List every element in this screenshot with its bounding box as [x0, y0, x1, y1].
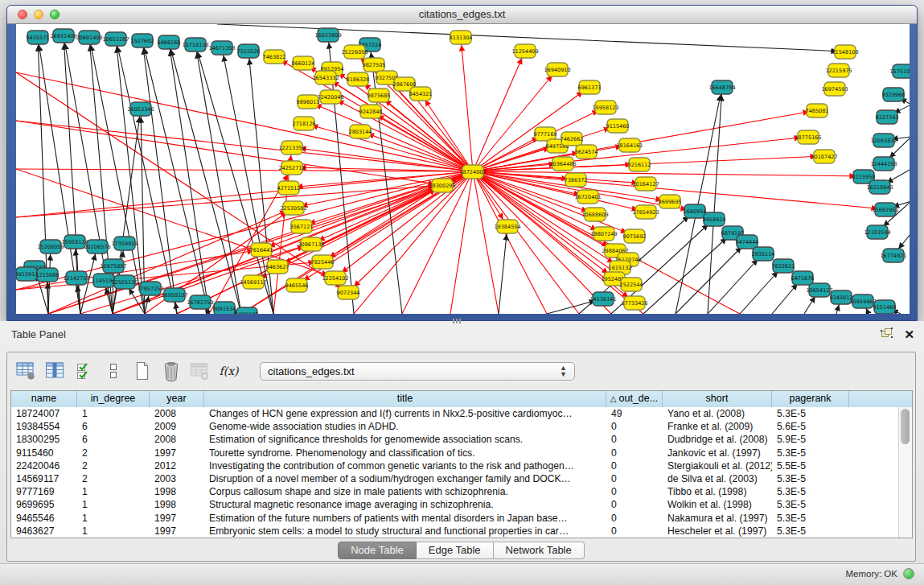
graph-node[interactable]: 17654923 — [632, 205, 659, 219]
graph-node[interactable]: 9875685 — [368, 89, 391, 102]
graph-node[interactable]: 3624574 — [575, 145, 598, 159]
graph-node[interactable]: 9896013 — [297, 95, 320, 109]
graph-node[interactable]: 7616441 — [250, 243, 273, 257]
network-canvas[interactable]: 9435571269314062069140810653287152760264… — [16, 24, 910, 314]
graph-node[interactable]: 12254102 — [322, 271, 348, 285]
graph-node[interactable]: 22530581 — [280, 201, 306, 215]
tab-network-table[interactable]: Network Table — [494, 542, 585, 559]
tab-node-table[interactable]: Node Table — [338, 542, 417, 559]
table-scrollbar[interactable] — [898, 407, 912, 538]
graph-node[interactable]: 26053346 — [127, 102, 154, 116]
graph-node[interactable]: 3915911 — [16, 267, 38, 281]
window-titlebar[interactable]: citations_edges.txt — [7, 6, 917, 24]
graph-node[interactable]: 9242848 — [359, 105, 383, 118]
graph-node[interactable]: 8958924 — [703, 212, 726, 226]
graph-node[interactable]: 22420046 — [317, 90, 343, 104]
graph-node[interactable]: 10164127 — [632, 177, 659, 191]
column-header-title[interactable]: title — [204, 391, 606, 407]
table-row[interactable]: 1456911722003Disruption of a novel membe… — [11, 472, 899, 485]
graph-node[interactable]: 25226058 — [341, 45, 368, 59]
graph-node[interactable]: 17359924 — [111, 237, 138, 250]
tab-edge-table[interactable]: Edge Table — [417, 542, 494, 559]
graph-node[interactable]: 14671358 — [208, 41, 235, 55]
graph-node[interactable]: 12215975 — [825, 64, 852, 77]
table-row[interactable]: 1872400712008Changes of HCN gene express… — [11, 407, 899, 420]
row-height-button[interactable] — [102, 360, 124, 382]
graph-node[interactable]: 1215688 — [36, 268, 60, 282]
graph-node[interactable]: 16720401 — [574, 190, 601, 204]
table-row[interactable]: 969969511998Structural magnetic resonanc… — [11, 498, 899, 511]
graph-node[interactable]: 16210643 — [866, 180, 893, 194]
graph-node[interactable]: 8660124 — [292, 56, 315, 70]
graph-node[interactable]: 16974593 — [821, 82, 848, 96]
graph-node[interactable]: 12103594 — [864, 225, 890, 239]
graph-node[interactable]: 16782759 — [187, 295, 213, 309]
graph-node[interactable]: 15751074 — [889, 64, 910, 78]
column-header-year[interactable]: year — [150, 391, 204, 407]
graph-node[interactable]: 10107427 — [811, 150, 837, 163]
graph-node[interactable]: 26931406 — [50, 29, 76, 43]
graph-node[interactable]: 24252712 — [278, 161, 305, 175]
scrollbar-thumb[interactable] — [901, 409, 910, 444]
float-panel-icon[interactable] — [881, 328, 893, 342]
graph-node[interactable]: 12444158 — [870, 157, 897, 171]
column-header-pagerank[interactable]: pagerank — [772, 391, 849, 407]
graph-node[interactable]: 12093832 — [870, 134, 897, 147]
graph-node[interactable]: 2522544 — [620, 278, 643, 291]
graph-node[interactable]: 2803144 — [349, 125, 372, 138]
select-rows-button[interactable] — [73, 360, 95, 382]
table-row[interactable]: 977716911998Corpus callosum shape and si… — [11, 485, 899, 498]
graph-node[interactable]: 9435571 — [27, 31, 50, 44]
graph-node[interactable]: 7825446 — [311, 255, 335, 269]
graph-node[interactable]: 2718126 — [293, 117, 316, 130]
table-row[interactable]: 946362711997Embryonic stem cells: a mode… — [11, 525, 899, 538]
table-row[interactable]: 911546021997Tourette syndrome. Phenomeno… — [11, 447, 899, 459]
graph-node[interactable]: 10653287 — [102, 32, 129, 46]
graph-node[interactable]: 18300295 — [429, 179, 455, 192]
network-table-select[interactable]: citations_edges.txt ▲▼ — [260, 362, 575, 381]
table-row[interactable]: 2242004622012Investigating the contribut… — [11, 459, 899, 472]
graph-node[interactable]: 9827505 — [363, 58, 386, 72]
graph-node[interactable]: 18724007 — [459, 165, 486, 179]
graph-node[interactable]: 3567121 — [290, 220, 314, 233]
graph-node[interactable]: 6466160 — [158, 35, 181, 49]
graph-node[interactable]: 8186328 — [347, 72, 370, 86]
graph-node[interactable]: 9075692 — [623, 229, 647, 243]
graph-node[interactable]: 6961373 — [578, 80, 602, 94]
column-header-out_de[interactable]: △out_de... — [606, 391, 663, 407]
table-row[interactable]: 1938455462009Genome-wide association stu… — [11, 420, 899, 433]
graph-node[interactable]: 17733426 — [621, 296, 647, 310]
graph-node[interactable]: 9072344 — [337, 286, 360, 299]
graph-node[interactable]: 7386372 — [565, 173, 588, 187]
graph-node[interactable]: 9115460 — [606, 119, 630, 133]
destroy-table-button[interactable] — [189, 360, 211, 382]
graph-node[interactable]: 1527602 — [131, 34, 154, 47]
table-row[interactable]: 946554611997Estimation of the future num… — [11, 512, 899, 525]
graph-node[interactable]: 7463822 — [263, 50, 286, 64]
new-table-button[interactable] — [131, 360, 153, 382]
graph-node[interactable]: 20364486 — [549, 157, 576, 171]
graph-node[interactable]: 8131304 — [450, 31, 473, 44]
function-builder-button[interactable]: f(x) — [218, 360, 240, 382]
graph-node[interactable]: 9699695 — [659, 195, 682, 208]
close-window-button[interactable] — [18, 10, 27, 19]
graph-node[interactable]: 7515526 — [237, 44, 261, 58]
graph-node[interactable]: 11548108 — [832, 45, 858, 59]
graph-node[interactable]: 9227343 — [876, 110, 899, 124]
graph-node[interactable]: 16033809 — [314, 28, 341, 42]
graph-node[interactable]: 10719138 — [182, 38, 208, 51]
graph-node[interactable]: 7485081 — [806, 104, 829, 117]
graph-node[interactable]: 9465546 — [285, 278, 309, 292]
graph-node[interactable]: 30867138 — [298, 237, 324, 251]
network-svg[interactable]: 9435571269314062069140810653287152760264… — [16, 24, 910, 314]
graph-node[interactable]: 9474444 — [736, 235, 759, 249]
graph-node[interactable]: 12505135 — [111, 275, 138, 289]
graph-node[interactable]: 25206059 — [37, 240, 64, 253]
graph-node[interactable]: 14136141 — [589, 292, 616, 306]
graph-node[interactable]: 12213359 — [278, 141, 305, 154]
column-header-short[interactable]: short — [663, 391, 772, 407]
graph-node[interactable]: 2935114 — [752, 247, 775, 261]
memory-status-indicator[interactable] — [903, 568, 914, 579]
graph-node[interactable]: 9329966 — [882, 88, 906, 101]
graph-node[interactable]: 14569117 — [240, 275, 266, 289]
